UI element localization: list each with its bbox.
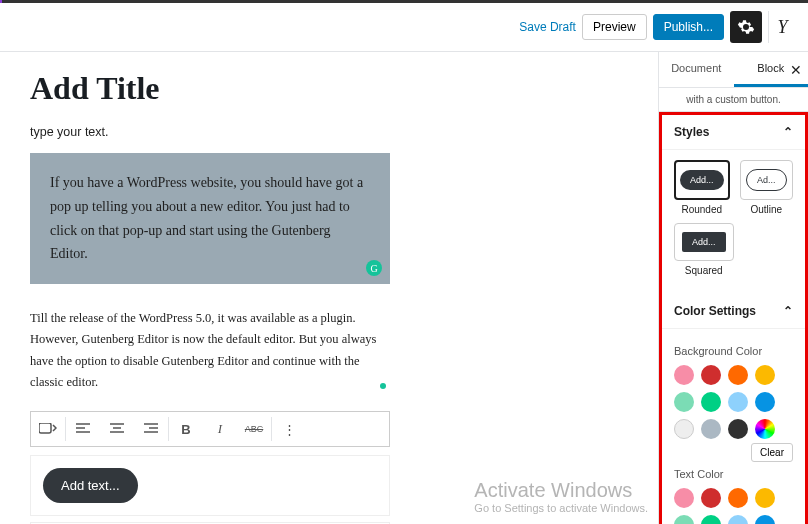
paragraph-block[interactable]: Till the release of the WordPress 5.0, i… (30, 308, 390, 393)
color-swatch[interactable] (755, 392, 775, 412)
text-color-label: Text Color (674, 468, 793, 480)
grammarly-icon[interactable]: G (366, 260, 382, 276)
caret-indicator (380, 383, 386, 389)
subtitle-text[interactable]: type your text. (30, 125, 390, 139)
color-swatch[interactable] (674, 365, 694, 385)
publish-button[interactable]: Publish... (653, 14, 724, 40)
post-title-input[interactable]: Add Title (30, 70, 390, 107)
tab-document[interactable]: Document (659, 52, 734, 87)
color-swatch[interactable] (728, 488, 748, 508)
block-toolbar: B I ABC ⋮ (30, 411, 390, 447)
editor-header: Save Draft Preview Publish... Y (0, 3, 808, 52)
chevron-up-icon: ⌃ (783, 304, 793, 318)
strikethrough-button[interactable]: ABC (237, 412, 271, 446)
color-swatch[interactable] (674, 488, 694, 508)
text-color-swatches (674, 488, 793, 524)
settings-sidebar: Document Block ✕ with a custom button. S… (658, 52, 808, 524)
color-swatch[interactable] (674, 419, 694, 439)
color-swatch[interactable] (674, 392, 694, 412)
bold-button[interactable]: B (169, 412, 203, 446)
italic-button[interactable]: I (203, 412, 237, 446)
bg-color-label: Background Color (674, 345, 793, 357)
quote-text: If you have a WordPress website, you sho… (50, 175, 363, 261)
editor-canvas[interactable]: Add Title type your text. If you have a … (0, 52, 658, 524)
bg-color-swatches (674, 365, 793, 439)
style-rounded[interactable]: Add... Rounded (674, 160, 730, 215)
color-swatch[interactable] (701, 515, 721, 524)
block-type-switcher[interactable] (31, 412, 65, 446)
custom-color-swatch[interactable] (755, 419, 775, 439)
color-settings-panel: Color Settings⌃ Background Color Clear T… (662, 294, 805, 524)
close-sidebar-button[interactable]: ✕ (790, 62, 802, 78)
color-swatch[interactable] (728, 515, 748, 524)
color-swatch[interactable] (728, 392, 748, 412)
align-center-icon[interactable] (100, 412, 134, 446)
preview-button[interactable]: Preview (582, 14, 647, 40)
color-swatch[interactable] (755, 515, 775, 524)
button-text-input[interactable]: Add text... (43, 468, 138, 503)
clear-bg-color-button[interactable]: Clear (751, 443, 793, 462)
save-draft-link[interactable]: Save Draft (519, 20, 576, 34)
block-description: with a custom button. (659, 88, 808, 112)
color-swatch[interactable] (728, 365, 748, 385)
align-left-icon[interactable] (66, 412, 100, 446)
align-right-icon[interactable] (134, 412, 168, 446)
styles-panel: Styles⌃ Add... Rounded Ad... Outline (662, 115, 805, 294)
settings-icon-button[interactable] (730, 11, 762, 43)
color-swatch[interactable] (755, 488, 775, 508)
styles-panel-toggle[interactable]: Styles⌃ (662, 115, 805, 150)
color-swatch[interactable] (728, 419, 748, 439)
button-block[interactable]: Add text... (30, 455, 390, 516)
color-swatch[interactable] (701, 392, 721, 412)
color-swatch[interactable] (701, 488, 721, 508)
color-swatch[interactable] (701, 419, 721, 439)
more-options-button[interactable]: ⋮ (272, 412, 306, 446)
color-swatch[interactable] (701, 365, 721, 385)
svg-rect-0 (39, 423, 51, 433)
yoast-icon[interactable]: Y (768, 11, 796, 43)
style-outline[interactable]: Ad... Outline (740, 160, 793, 215)
color-swatch[interactable] (674, 515, 694, 524)
color-panel-toggle[interactable]: Color Settings⌃ (662, 294, 805, 329)
style-squared[interactable]: Add... Squared (674, 223, 734, 276)
color-swatch[interactable] (755, 365, 775, 385)
sidebar-tabs: Document Block ✕ (659, 52, 808, 88)
chevron-up-icon: ⌃ (783, 125, 793, 139)
quote-block[interactable]: If you have a WordPress website, you sho… (30, 153, 390, 284)
